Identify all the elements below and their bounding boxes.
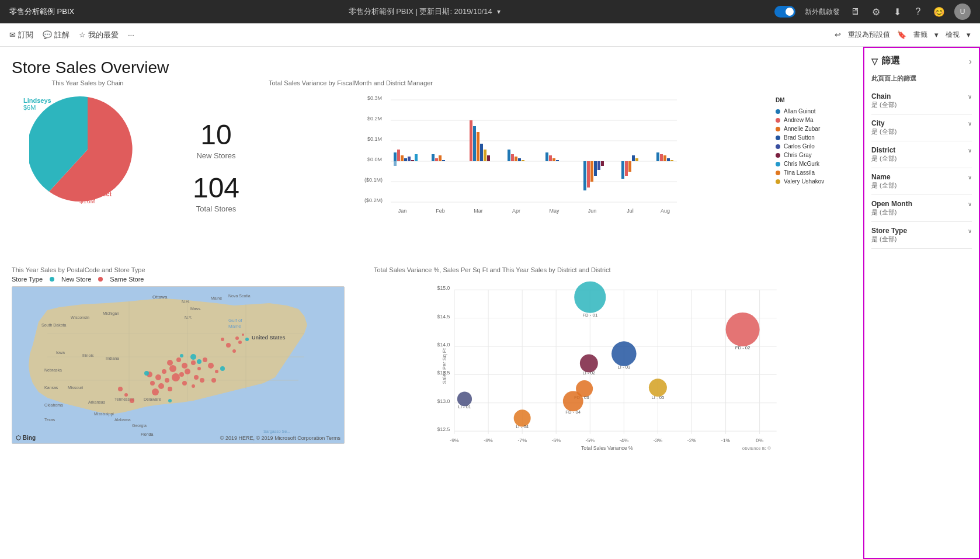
svg-text:South Dakota: South Dakota (41, 323, 67, 327)
svg-rect-27 (480, 144, 483, 161)
filter-open-month-value: 是 (全部) (871, 208, 972, 217)
view-label[interactable]: 檢視 (946, 30, 960, 40)
store-type-legend: Store Type New Store Same Store (12, 276, 362, 283)
svg-rect-37 (552, 158, 555, 161)
bookmarks-label[interactable]: 書籤 (913, 30, 927, 40)
svg-rect-17 (411, 160, 414, 161)
svg-rect-49 (635, 158, 638, 161)
legend-item-8: Valery Ushakov (776, 178, 852, 185)
filter-district-value: 是 (全部) (871, 154, 972, 163)
svg-text:-4%: -4% (620, 438, 629, 443)
filter-city-header[interactable]: City ∨ (871, 119, 972, 127)
legend-item-0: Allan Guinot (776, 108, 852, 114)
svg-text:$14.5: $14.5 (437, 314, 450, 320)
new-view-label: 新外觀啟發 (805, 7, 840, 17)
svg-text:-3%: -3% (654, 438, 663, 443)
scatter-point-fd02[interactable] (726, 313, 760, 346)
svg-rect-26 (477, 132, 479, 161)
dropdown-icon[interactable]: ▾ (497, 8, 501, 16)
svg-point-133 (144, 371, 149, 376)
svg-text:Mississippi: Mississippi (94, 412, 114, 416)
legend-name-8: Valery Ushakov (784, 178, 824, 185)
svg-rect-23 (442, 160, 445, 161)
filter-store-type-chevron: ∨ (968, 228, 972, 234)
legend-item-3: Brad Sutton (776, 134, 852, 141)
total-stores-count: 104 Total Stores (193, 174, 239, 213)
avatar[interactable]: U (954, 4, 971, 20)
scatter-point-li03[interactable] (611, 341, 637, 366)
svg-point-98 (167, 360, 173, 366)
svg-rect-24 (470, 120, 472, 161)
svg-text:Total Sales Variance %: Total Sales Variance % (581, 445, 633, 451)
svg-text:Oklahoma: Oklahoma (44, 403, 63, 407)
svg-rect-51 (660, 154, 663, 161)
pie-chart-title: This Year Sales by Chain (12, 79, 164, 86)
pie-label-lindseys: Lindseys $6M (23, 97, 51, 111)
svg-text:LI - 05: LI - 05 (651, 395, 664, 400)
legend-name-1: Andrew Ma (784, 117, 814, 123)
undo-icon[interactable]: ↩ (835, 30, 841, 39)
svg-point-105 (165, 378, 169, 383)
svg-text:Mar: Mar (474, 208, 483, 214)
scatter-point-fd04[interactable] (563, 391, 583, 411)
svg-point-136 (238, 341, 242, 344)
svg-text:-5%: -5% (586, 438, 595, 443)
svg-rect-45 (621, 161, 624, 179)
svg-point-124 (124, 393, 128, 397)
reset-label[interactable]: 重設為預設值 (848, 30, 890, 40)
top-row: This Year Sales by Chain Lindseys $6M (12, 79, 852, 255)
svg-text:($0.1M): ($0.1M) (364, 177, 383, 183)
svg-text:Aug: Aug (661, 208, 670, 214)
map-placeholder[interactable]: South Dakota Wisconsin Michigan Iowa Ill… (12, 286, 345, 444)
favorite-button[interactable]: ☆ 我的最愛 (79, 30, 119, 40)
subscribe-button[interactable]: ✉ 訂閱 (9, 30, 33, 40)
legend-color-6 (776, 162, 780, 166)
filter-chain-header[interactable]: Chain ∨ (871, 92, 972, 100)
svg-text:Iowa: Iowa (56, 350, 65, 355)
svg-rect-36 (549, 155, 552, 161)
map-section: This Year Sales by PostalCode and Store … (12, 266, 362, 465)
help-icon[interactable]: ? (912, 6, 924, 18)
scatter-title: Total Sales Variance %, Sales Per Sq Ft … (374, 266, 852, 273)
svg-text:Texas: Texas (44, 418, 55, 422)
download-icon[interactable]: ⬇ (891, 6, 903, 18)
svg-point-110 (197, 367, 201, 370)
user-icon[interactable]: 😊 (933, 6, 945, 18)
new-stores-label: New Stores (196, 151, 235, 160)
legend-name-3: Brad Sutton (784, 134, 815, 141)
svg-point-99 (176, 357, 181, 362)
filter-store-type-header[interactable]: Store Type ∨ (871, 227, 972, 235)
scatter-point-li02[interactable] (580, 355, 598, 373)
svg-rect-29 (487, 155, 490, 161)
filter-district-header[interactable]: District ∨ (871, 146, 972, 154)
settings-icon[interactable]: ⚙ (870, 6, 882, 18)
filter-name-value: 是 (全部) (871, 181, 972, 190)
svg-text:($0.2M): ($0.2M) (364, 197, 383, 203)
svg-rect-22 (439, 155, 442, 161)
new-view-toggle[interactable] (774, 6, 795, 18)
svg-text:FD - 01: FD - 01 (582, 313, 597, 318)
svg-point-119 (208, 363, 214, 369)
scatter-point-li05[interactable] (649, 379, 667, 397)
comment-icon: 💬 (43, 30, 52, 39)
legend-color-8 (776, 179, 780, 184)
svg-text:$13.5: $13.5 (437, 370, 450, 376)
scatter-point-fd01[interactable] (574, 282, 606, 313)
more-options-icon[interactable]: ··· (128, 30, 134, 39)
store-counts: 10 New Stores 104 Total Stores (175, 79, 257, 255)
comment-label: 註解 (54, 30, 69, 40)
svg-text:Sales Per Sq Ft: Sales Per Sq Ft (442, 348, 447, 384)
filter-expand-icon[interactable]: › (969, 57, 972, 66)
svg-text:$13.0: $13.0 (437, 398, 450, 404)
filter-title-text: 篩選 (881, 55, 900, 67)
monitor-icon[interactable]: 🖥 (849, 6, 861, 18)
app-title: 零售分析範例 PBIX (9, 6, 74, 17)
svg-rect-39 (583, 161, 586, 190)
comment-button[interactable]: 💬 註解 (43, 30, 69, 40)
dropdown-view-icon[interactable]: ▾ (967, 30, 971, 39)
main-content: Store Sales Overview This Year Sales by … (0, 47, 980, 559)
dropdown-bookmarks-icon[interactable]: ▾ (934, 30, 939, 39)
filter-open-month-header[interactable]: Open Month ∨ (871, 200, 972, 208)
filter-name-header[interactable]: Name ∨ (871, 173, 972, 181)
svg-rect-21 (435, 158, 438, 161)
